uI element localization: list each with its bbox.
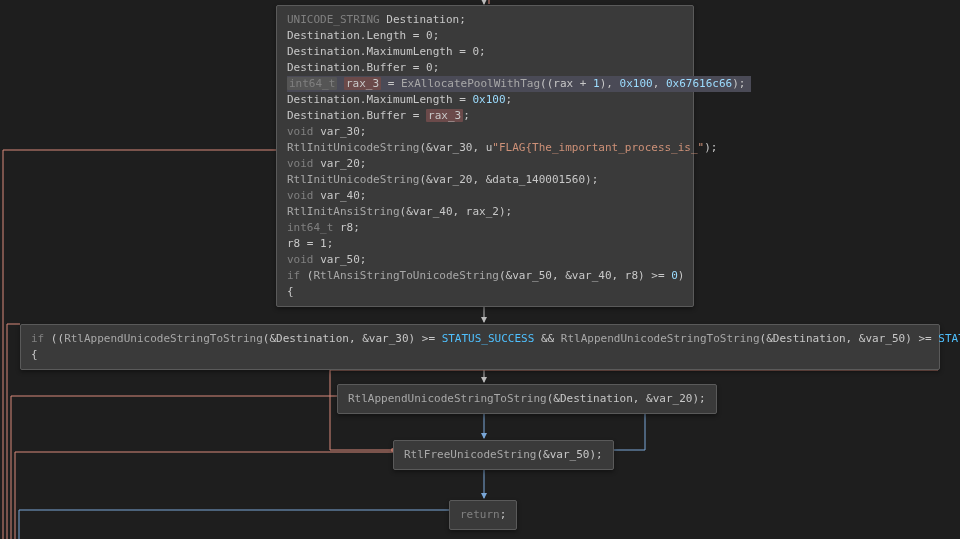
code-line: return; <box>460 507 506 523</box>
code-line: { <box>31 347 929 363</box>
code-line: RtlInitAnsiString(&var_40, rax_2); <box>287 204 683 220</box>
code-line: RtlFreeUnicodeString(&var_50); <box>404 447 603 463</box>
code-line: void var_40; <box>287 188 683 204</box>
code-line: int64_t r8; <box>287 220 683 236</box>
code-line: RtlAppendUnicodeStringToString(&Destinat… <box>348 391 706 407</box>
code-block-if[interactable]: if ((RtlAppendUnicodeStringToString(&Des… <box>20 324 940 370</box>
code-line: if ((RtlAppendUnicodeStringToString(&Des… <box>31 331 929 347</box>
code-line: if (RtlAnsiStringToUnicodeString(&var_50… <box>287 268 683 284</box>
code-block-append[interactable]: RtlAppendUnicodeStringToString(&Destinat… <box>337 384 717 414</box>
code-line: RtlInitUnicodeString(&var_30, u"FLAG{The… <box>287 140 683 156</box>
code-block-return[interactable]: return; <box>449 500 517 530</box>
code-line: Destination.MaximumLength = 0; <box>287 44 683 60</box>
code-block-main[interactable]: UNICODE_STRING Destination; Destination.… <box>276 5 694 307</box>
code-line: Destination.Buffer = rax_3; <box>287 108 683 124</box>
code-line: void var_20; <box>287 156 683 172</box>
code-line: Destination.Buffer = 0; <box>287 60 683 76</box>
code-line: void var_50; <box>287 252 683 268</box>
code-block-free[interactable]: RtlFreeUnicodeString(&var_50); <box>393 440 614 470</box>
code-line: r8 = 1; <box>287 236 683 252</box>
code-line: Destination.MaximumLength = 0x100; <box>287 92 683 108</box>
code-line: RtlInitUnicodeString(&var_20, &data_1400… <box>287 172 683 188</box>
code-line: UNICODE_STRING Destination; <box>287 12 683 28</box>
code-line: Destination.Length = 0; <box>287 28 683 44</box>
code-line-selected: int64_t rax_3 = ExAllocatePoolWithTag((r… <box>287 76 683 92</box>
code-line: void var_30; <box>287 124 683 140</box>
code-line: { <box>287 284 683 300</box>
